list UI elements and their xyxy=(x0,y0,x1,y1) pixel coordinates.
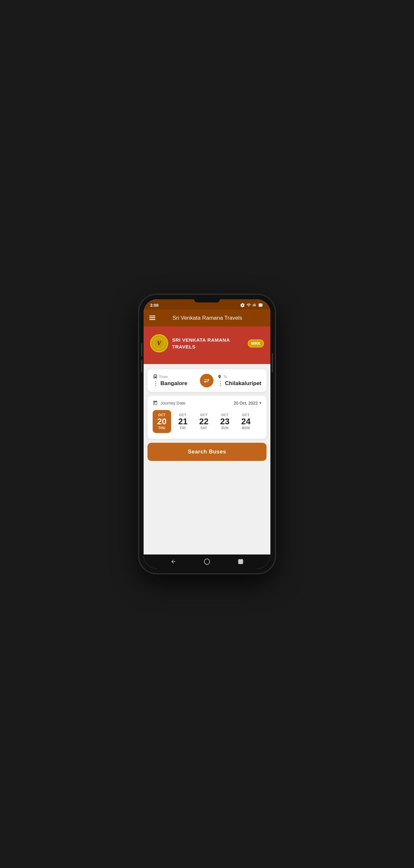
date-scroll: OCT 20 THU OCT 21 FRI OCT 22 SAT OCT 23 … xyxy=(153,410,261,434)
to-city: ⋮ Chilakaluripet xyxy=(217,380,261,387)
svg-rect-6 xyxy=(238,559,243,564)
date-num: 21 xyxy=(178,417,187,426)
svg-point-5 xyxy=(204,559,210,564)
date-num: 22 xyxy=(199,417,209,426)
menu-button[interactable] xyxy=(149,314,156,322)
date-day: SAT xyxy=(201,426,207,430)
calendar-icon xyxy=(153,400,158,405)
status-icons xyxy=(240,303,264,307)
settings-icon xyxy=(240,303,245,307)
selected-date-display[interactable]: 20 Oct, 2022 ▾ xyxy=(234,401,261,405)
date-item-23[interactable]: OCT 23 SUN xyxy=(216,410,234,433)
swap-icon xyxy=(203,377,210,384)
battery-icon xyxy=(258,303,264,307)
app-bar: Sri Venkata Ramana Travels xyxy=(144,310,270,327)
date-num: 23 xyxy=(220,417,230,426)
date-num: 20 xyxy=(157,417,167,426)
date-header: Journey Date 20 Oct, 2022 ▾ xyxy=(153,400,261,405)
mrk-badge: MRK xyxy=(248,339,264,347)
swap-button[interactable] xyxy=(200,374,213,388)
date-day: THU xyxy=(158,426,165,430)
date-card: Journey Date 20 Oct, 2022 ▾ OCT 20 THU O… xyxy=(147,396,267,439)
route-card: From ⋮ Bangalore To ⋮ xyxy=(147,369,267,392)
date-item-25[interactable]: OCT 25 TUE xyxy=(258,410,261,433)
phone-frame: 3:08 Sri Venkata Ramana Travels xyxy=(139,295,275,573)
to-label: To xyxy=(217,374,261,379)
vol-down-button[interactable] xyxy=(141,360,142,372)
bus-icon xyxy=(153,374,158,379)
date-item-21[interactable]: OCT 21 FRI xyxy=(174,410,192,433)
chevron-icon: ▾ xyxy=(260,401,261,405)
back-button[interactable] xyxy=(169,557,178,566)
journey-date-label: Journey Date xyxy=(153,400,185,405)
hero-brand-text: Sri Venkata Ramana Travels xyxy=(172,337,244,350)
search-buses-button[interactable]: Search Buses xyxy=(147,443,267,461)
vol-up-button[interactable] xyxy=(141,343,142,356)
screen: 3:08 Sri Venkata Ramana Travels xyxy=(144,299,270,569)
date-day: SUN xyxy=(221,426,229,430)
svg-rect-2 xyxy=(259,304,262,306)
svg-rect-1 xyxy=(262,305,263,306)
date-item-24[interactable]: OCT 24 MON xyxy=(237,410,255,433)
date-item-22[interactable]: OCT 22 SAT xyxy=(195,410,213,433)
signal-icon xyxy=(252,303,256,307)
from-section: From ⋮ Bangalore xyxy=(153,374,196,387)
date-item-20[interactable]: OCT 20 THU xyxy=(153,410,171,433)
hero-section: V Sri Venkata Ramana Travels MRK xyxy=(144,327,270,364)
location-icon xyxy=(217,374,222,379)
wifi-icon xyxy=(246,303,251,307)
content-area: From ⋮ Bangalore To ⋮ xyxy=(144,364,270,555)
home-button[interactable] xyxy=(203,557,211,566)
notch xyxy=(194,299,220,303)
recents-button[interactable] xyxy=(236,557,245,566)
app-bar-title: Sri Venkata Ramana Travels xyxy=(161,315,265,321)
bottom-nav xyxy=(144,555,270,569)
brand-logo: V xyxy=(150,334,168,352)
svg-text:V: V xyxy=(157,340,162,346)
from-label: From xyxy=(153,374,196,379)
power-button[interactable] xyxy=(272,353,273,372)
status-time: 3:08 xyxy=(150,303,159,308)
date-day: MON xyxy=(242,426,250,430)
date-num: 24 xyxy=(241,417,251,426)
to-section: To ⋮ Chilakaluripet xyxy=(217,374,261,387)
from-city: ⋮ Bangalore xyxy=(153,380,196,387)
date-day: FRI xyxy=(180,426,186,430)
